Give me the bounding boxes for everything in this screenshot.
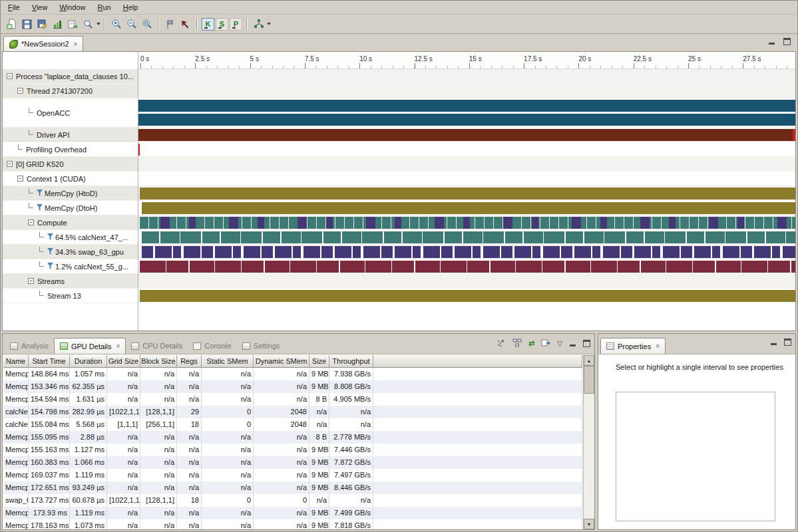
- select-interval-icon[interactable]: [497, 338, 506, 348]
- timeline-track-calcnext-47[interactable]: [138, 230, 795, 245]
- collapse-icon[interactable]: −: [28, 219, 34, 225]
- zoom-out-button[interactable]: [124, 17, 139, 32]
- table-row[interactable]: Memcpy155.163 ms1.127 msn/an/an/an/an/a9…: [3, 444, 582, 456]
- column-header-block-size[interactable]: Block Size: [140, 355, 177, 368]
- close-icon[interactable]: ×: [115, 342, 120, 350]
- tab-settings[interactable]: Settings: [237, 338, 286, 354]
- collapse-icon[interactable]: −: [17, 176, 23, 182]
- table-row[interactable]: Memcpy173.93 ms1.119 msn/an/an/an/an/a9 …: [3, 507, 582, 519]
- column-header-size[interactable]: Size: [309, 355, 329, 368]
- tab-console[interactable]: Console: [188, 338, 236, 354]
- maximize-button[interactable]: [783, 38, 791, 45]
- tab-analysis[interactable]: Analysis: [5, 338, 54, 354]
- column-header-duration[interactable]: Duration: [70, 355, 107, 368]
- timeline-label-compute[interactable]: −Compute: [3, 215, 138, 230]
- column-header-grid-size[interactable]: Grid Size: [107, 355, 140, 368]
- timeline-label-context1[interactable]: −Context 1 (CUDA): [3, 172, 138, 186]
- timeline-track-grid-k520[interactable]: [138, 157, 795, 172]
- search-button[interactable]: [81, 17, 96, 32]
- new-session-button[interactable]: [4, 17, 19, 32]
- filter-funnel-icon[interactable]: [47, 233, 53, 241]
- timeline-track-process[interactable]: [138, 69, 795, 84]
- tree-splitter[interactable]: [138, 52, 138, 331]
- process-timeline-toggle[interactable]: P: [230, 18, 242, 31]
- timeline-track-profiling-overhead[interactable]: [138, 142, 795, 157]
- column-header-name[interactable]: Name: [3, 355, 29, 368]
- collapse-icon[interactable]: −: [28, 278, 34, 284]
- column-header-regs[interactable]: Regs: [177, 355, 202, 368]
- timeline-label-swap-63[interactable]: 34.3% swap_63_gpu: [3, 245, 138, 259]
- kernel-timeline-toggle[interactable]: K: [202, 18, 214, 31]
- search-dropdown-caret[interactable]: [97, 23, 100, 25]
- menu-run[interactable]: Run: [92, 2, 117, 13]
- scrollbar-thumb[interactable]: [584, 366, 594, 394]
- timeline-track-compute[interactable]: [138, 215, 795, 230]
- table-row[interactable]: Memcpy169.037 ms1.119 msn/an/an/an/an/a9…: [3, 469, 582, 481]
- table-scrollbar[interactable]: ▲ ▼: [583, 355, 594, 529]
- timeline-track-context1[interactable]: [138, 172, 795, 186]
- previous-marker-button[interactable]: [178, 17, 193, 32]
- timeline-label-calcnext-47[interactable]: 64.5% calcNext_47_...: [3, 230, 138, 245]
- filter-funnel-icon[interactable]: [47, 248, 53, 255]
- table-row[interactable]: Memcpy160.383 ms1.066 msn/an/an/an/an/a9…: [3, 456, 582, 469]
- tab-gpu-details[interactable]: GPU Details×: [54, 338, 126, 354]
- refresh-icon[interactable]: ⇄: [528, 339, 534, 348]
- driver-api-interval-bar[interactable]: [138, 129, 795, 141]
- analysis-dropdown-caret[interactable]: [267, 23, 271, 25]
- scroll-up-button[interactable]: ▲: [584, 355, 594, 366]
- maximize-button[interactable]: [784, 338, 791, 346]
- table-row[interactable]: Memcpy148.864 ms1.057 msn/an/an/an/an/a9…: [3, 368, 582, 380]
- scroll-down-button[interactable]: ▼: [584, 519, 594, 529]
- swap-63-interval-bar[interactable]: [142, 246, 795, 258]
- compute-interval-bar[interactable]: [140, 217, 795, 229]
- group-columns-icon[interactable]: [512, 338, 522, 348]
- minimize-button[interactable]: [770, 338, 777, 346]
- column-header-static-smem[interactable]: Static SMem: [202, 355, 254, 368]
- analysis-button[interactable]: [251, 17, 266, 32]
- calcnext-55-interval-bar[interactable]: [140, 261, 795, 273]
- save-as-button[interactable]: [35, 17, 50, 32]
- timeline-label-driver-api[interactable]: Driver API: [3, 128, 138, 142]
- collapse-icon[interactable]: −: [7, 161, 13, 167]
- timeline-label-openacc[interactable]: OpenACC: [3, 98, 138, 128]
- export-button[interactable]: [65, 17, 81, 32]
- close-icon[interactable]: ×: [73, 41, 78, 48]
- timeline-label-grid-k520[interactable]: −[0] GRID K520: [3, 157, 138, 172]
- menu-window[interactable]: Window: [53, 2, 91, 13]
- table-row[interactable]: Memcpy178.163 ms1.073 msn/an/an/an/an/a9…: [3, 519, 582, 529]
- timeline-track-memcpy-htod[interactable]: [138, 186, 795, 201]
- menu-help[interactable]: Help: [117, 2, 144, 13]
- timeline-track-stream-13[interactable]: [138, 289, 795, 303]
- memcpy-dtoh-interval-bar[interactable]: [142, 202, 795, 214]
- filter-funnel-icon[interactable]: [47, 263, 53, 270]
- timeline-label-profiling-overhead[interactable]: Profiling Overhead: [3, 142, 138, 157]
- timeline-track-openacc[interactable]: [138, 98, 795, 128]
- timeline-track-memcpy-dtoh[interactable]: [138, 201, 795, 215]
- timeline-track-calcnext-55[interactable]: [138, 259, 795, 274]
- table-row[interactable]: calcNext_47154.798 ms282.99 µs[1022,1,1]…: [3, 406, 582, 418]
- filter-funnel-icon[interactable]: [37, 204, 43, 211]
- view-menu-button[interactable]: ▽: [557, 340, 562, 347]
- timeline-label-memcpy-htod[interactable]: MemCpy (HtoD): [3, 186, 138, 201]
- bar-chart-button[interactable]: [50, 17, 65, 32]
- column-header-start-time[interactable]: Start Time: [29, 355, 70, 368]
- calcnext-47-interval-bar[interactable]: [142, 231, 795, 243]
- table-row[interactable]: Memcpy172.651 ms93.249 µsn/an/an/an/an/a…: [3, 481, 582, 494]
- stream-13-interval-bar[interactable]: [140, 290, 795, 302]
- tab-cpu-details[interactable]: CPU Details: [126, 338, 188, 354]
- close-icon[interactable]: ×: [654, 342, 660, 350]
- collapse-icon[interactable]: −: [7, 73, 13, 79]
- stream-timeline-toggle[interactable]: S: [216, 18, 228, 31]
- table-row[interactable]: calcNext_55155.084 ms5.568 µs[1,1,1][256…: [3, 418, 582, 431]
- collapse-icon[interactable]: −: [17, 88, 23, 94]
- column-header-dynamic-smem[interactable]: Dynamic SMem: [254, 355, 309, 368]
- table-row[interactable]: swap_63_gpu173.727 ms60.678 µs[1022,1,1]…: [3, 494, 582, 507]
- session-tab[interactable]: *NewSession2 ×: [3, 36, 83, 51]
- timeline-track-driver-api[interactable]: [138, 128, 795, 142]
- table-row[interactable]: Memcpy155.095 ms2.88 µsn/an/an/an/an/a8 …: [3, 431, 582, 444]
- menu-file[interactable]: File: [2, 2, 26, 13]
- timeline-ruler[interactable]: 0 s2.5 s5 s7.5 s10 s12.5 s15 s17.5 s20 s…: [138, 52, 795, 69]
- timeline-track-thread[interactable]: [138, 84, 795, 98]
- timeline-label-memcpy-dtoh[interactable]: MemCpy (DtoH): [3, 201, 138, 215]
- openacc-interval-bar[interactable]: [138, 114, 795, 126]
